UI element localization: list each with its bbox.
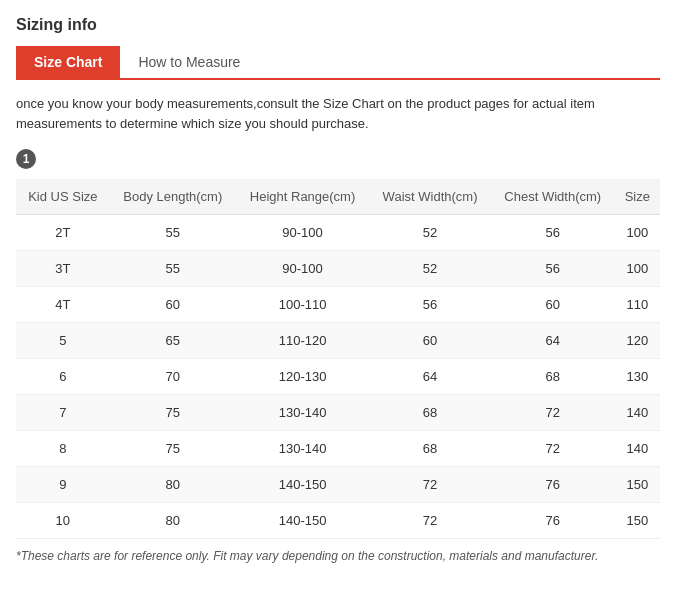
col-chest-width: Chest Width(cm) [491, 179, 615, 215]
table-cell: 72 [491, 431, 615, 467]
table-cell: 140 [615, 431, 660, 467]
page-title: Sizing info [16, 16, 660, 34]
table-cell: 120 [615, 323, 660, 359]
table-cell: 110 [615, 287, 660, 323]
table-cell: 70 [110, 359, 236, 395]
table-cell: 68 [369, 395, 491, 431]
table-cell: 10 [16, 503, 110, 539]
table-cell: 56 [491, 215, 615, 251]
table-row: 875130-1406872140 [16, 431, 660, 467]
table-cell: 75 [110, 395, 236, 431]
table-row: 1080140-1507276150 [16, 503, 660, 539]
col-kid-us-size: Kid US Size [16, 179, 110, 215]
col-waist-width: Waist Width(cm) [369, 179, 491, 215]
table-cell: 52 [369, 251, 491, 287]
table-cell: 80 [110, 503, 236, 539]
table-cell: 68 [369, 431, 491, 467]
table-row: 2T5590-1005256100 [16, 215, 660, 251]
table-body: 2T5590-10052561003T5590-10052561004T6010… [16, 215, 660, 539]
table-header: Kid US Size Body Length(cm) Height Range… [16, 179, 660, 215]
col-body-length: Body Length(cm) [110, 179, 236, 215]
table-cell: 55 [110, 251, 236, 287]
table-cell: 130 [615, 359, 660, 395]
table-cell: 140 [615, 395, 660, 431]
tab-how-to-measure[interactable]: How to Measure [120, 46, 258, 78]
table-cell: 65 [110, 323, 236, 359]
table-cell: 110-120 [236, 323, 369, 359]
table-cell: 90-100 [236, 251, 369, 287]
table-cell: 64 [491, 323, 615, 359]
table-cell: 55 [110, 215, 236, 251]
table-cell: 72 [369, 503, 491, 539]
table-row: 670120-1306468130 [16, 359, 660, 395]
table-cell: 60 [110, 287, 236, 323]
table-cell: 140-150 [236, 467, 369, 503]
table-cell: 80 [110, 467, 236, 503]
table-cell: 2T [16, 215, 110, 251]
size-table: Kid US Size Body Length(cm) Height Range… [16, 179, 660, 539]
table-cell: 8 [16, 431, 110, 467]
table-cell: 76 [491, 467, 615, 503]
table-cell: 100 [615, 215, 660, 251]
table-cell: 76 [491, 503, 615, 539]
table-cell: 150 [615, 467, 660, 503]
table-row: 980140-1507276150 [16, 467, 660, 503]
table-cell: 72 [369, 467, 491, 503]
table-cell: 100-110 [236, 287, 369, 323]
description-text: once you know your body measurements,con… [16, 94, 660, 133]
table-row: 4T60100-1105660110 [16, 287, 660, 323]
table-cell: 140-150 [236, 503, 369, 539]
table-cell: 52 [369, 215, 491, 251]
table-cell: 130-140 [236, 395, 369, 431]
table-cell: 7 [16, 395, 110, 431]
table-cell: 130-140 [236, 431, 369, 467]
table-cell: 60 [369, 323, 491, 359]
header-row: Kid US Size Body Length(cm) Height Range… [16, 179, 660, 215]
table-cell: 3T [16, 251, 110, 287]
table-cell: 64 [369, 359, 491, 395]
footnote-text: *These charts are for reference only. Fi… [16, 549, 660, 563]
table-cell: 68 [491, 359, 615, 395]
table-cell: 6 [16, 359, 110, 395]
table-row: 3T5590-1005256100 [16, 251, 660, 287]
table-cell: 72 [491, 395, 615, 431]
table-cell: 56 [491, 251, 615, 287]
table-cell: 120-130 [236, 359, 369, 395]
table-cell: 56 [369, 287, 491, 323]
tab-size-chart[interactable]: Size Chart [16, 46, 120, 78]
col-size: Size [615, 179, 660, 215]
table-cell: 5 [16, 323, 110, 359]
step-indicator: 1 [16, 149, 36, 169]
table-cell: 75 [110, 431, 236, 467]
table-cell: 100 [615, 251, 660, 287]
table-row: 775130-1406872140 [16, 395, 660, 431]
col-height-range: Height Range(cm) [236, 179, 369, 215]
table-cell: 60 [491, 287, 615, 323]
table-cell: 4T [16, 287, 110, 323]
table-cell: 9 [16, 467, 110, 503]
table-row: 565110-1206064120 [16, 323, 660, 359]
table-cell: 150 [615, 503, 660, 539]
table-cell: 90-100 [236, 215, 369, 251]
tabs-container: Size Chart How to Measure [16, 46, 660, 80]
